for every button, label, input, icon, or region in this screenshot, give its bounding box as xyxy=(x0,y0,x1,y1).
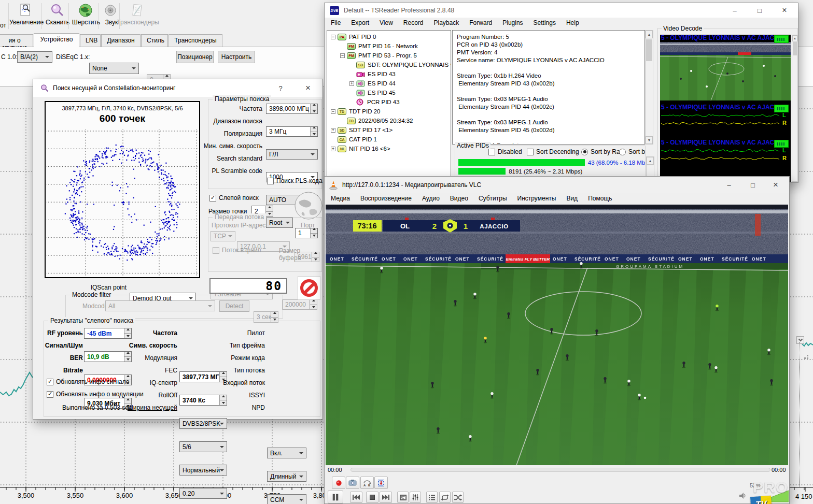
tree-item[interactable]: ES PID 45 xyxy=(329,88,451,97)
tab-Транспондеры[interactable]: Транспондеры xyxy=(169,34,222,47)
menu-медиа[interactable]: Медиа xyxy=(326,193,355,204)
minimize-button[interactable]: – xyxy=(723,3,746,18)
tree-item[interactable]: TD2022/08/05 20:34:32 xyxy=(329,116,451,125)
close-button[interactable]: × xyxy=(773,3,796,18)
resize-grip[interactable] xyxy=(802,352,809,359)
tree-item[interactable]: −PMPMT PID 53 - Progr. 5 xyxy=(329,51,451,60)
update-signal-checkbox[interactable]: Обновлять инфо сигнале xyxy=(47,378,129,385)
buffer-spinner[interactable]: 200000 xyxy=(282,299,317,310)
shuffle-button[interactable] xyxy=(452,492,464,503)
disabled-checkbox[interactable]: Disabled xyxy=(488,148,522,155)
maximize-button[interactable]: □ xyxy=(748,3,771,18)
tsreader-titlebar[interactable]: DVB Default -- TSReader Professional 2.8… xyxy=(325,3,798,18)
tree-item[interactable]: −PAPAT PID 0 xyxy=(329,32,451,41)
result-field-Модуляция[interactable]: DVBS2/8PSK xyxy=(179,418,227,429)
result-field-IQ-спектр[interactable]: Нормальный xyxy=(179,465,227,476)
sort-by-rate-radio[interactable]: Sort by Rate xyxy=(581,148,625,155)
tab-Диапазон[interactable]: Диапазон xyxy=(101,34,141,47)
menu-forward[interactable]: Forward xyxy=(464,18,497,28)
tab-LNB[interactable]: LNB xyxy=(80,34,101,47)
tree-expander[interactable]: + xyxy=(331,128,335,133)
tree-expander[interactable]: − xyxy=(331,109,335,114)
menu-видео[interactable]: Видео xyxy=(445,193,473,204)
constellation-titlebar[interactable]: Поиск несущей и Constellation-мониторинг… xyxy=(33,79,323,97)
configure-button[interactable]: Настроить xyxy=(218,51,255,63)
menu-file[interactable]: File xyxy=(326,18,346,28)
toolbar-button-transponders[interactable]: Транспондеры xyxy=(121,2,155,30)
volume-icon[interactable] xyxy=(738,492,747,500)
stop-scan-icon[interactable] xyxy=(298,276,320,300)
tree-item[interactable]: PMPMT PID 16 - Network xyxy=(329,41,451,51)
menu-аудио[interactable]: Аудио xyxy=(417,193,445,204)
tab-Стиль[interactable]: Стиль xyxy=(141,34,168,47)
tree-expander[interactable]: − xyxy=(331,35,335,39)
toolbar-button-scan-magnifier[interactable]: Сканить xyxy=(45,2,71,30)
diseqc10-combo[interactable]: B/A(2) xyxy=(17,51,52,63)
tree-item[interactable]: PCR PID 43 xyxy=(329,97,451,107)
scroll-down-button[interactable] xyxy=(796,336,804,344)
result-field-RF уровень[interactable]: -45 dBm xyxy=(84,328,132,339)
frame-by-frame-button[interactable] xyxy=(374,477,388,489)
pause-button[interactable] xyxy=(328,491,343,503)
menu-субтитры[interactable]: Субтитры xyxy=(473,193,512,204)
toolbar-button-zoom-doc[interactable]: Увеличение xyxy=(11,2,41,30)
extended-settings-button[interactable] xyxy=(410,492,421,503)
result-field-FEC[interactable]: 5/6 xyxy=(179,441,227,452)
diseqc1x-combo[interactable]: None xyxy=(89,63,139,74)
close-button[interactable]: × xyxy=(298,79,318,97)
menu-export[interactable]: Export xyxy=(346,18,374,28)
menu-playback[interactable]: Playback xyxy=(429,18,465,28)
result-field-Сигнал/Шум[interactable]: 10,9 dB xyxy=(84,351,132,362)
stream-to-file-checkbox[interactable]: Поток в файл xyxy=(213,247,261,254)
protocol-combo[interactable]: TCP xyxy=(211,231,235,241)
result-field-Пилот[interactable]: Вкл. xyxy=(267,448,306,458)
pls-search-checkbox[interactable]: Поиск PLS-кода xyxy=(267,177,323,184)
playlist-button[interactable] xyxy=(426,492,438,503)
ab-loop-button[interactable]: AB xyxy=(360,477,374,489)
menu-помощь[interactable]: Помощь xyxy=(583,193,617,204)
next-button[interactable] xyxy=(380,492,392,503)
positioner-button[interactable]: Позиционер xyxy=(176,51,214,63)
tree-expander[interactable]: + xyxy=(349,81,354,86)
tree-item[interactable]: ES PID 43 xyxy=(329,69,451,79)
seek-slider[interactable] xyxy=(351,468,770,472)
update-modulation-checkbox[interactable]: Обновлять инфо о модуляции xyxy=(47,391,144,398)
menu-инструменты[interactable]: Инструменты xyxy=(512,193,562,204)
tree-item[interactable]: +NINIT PID 16 <6> xyxy=(329,144,451,153)
menu-plugins[interactable]: Plugins xyxy=(497,18,528,28)
info-scrollbar[interactable]: ▲▼ xyxy=(645,30,653,145)
menu-record[interactable]: Record xyxy=(398,18,429,28)
toolbar-button-partial[interactable]: от xyxy=(0,2,7,30)
result-field-Режим кода[interactable]: CCM xyxy=(267,494,306,504)
tab-Устройство[interactable]: Устройство xyxy=(34,33,79,47)
tree-expander[interactable]: − xyxy=(340,53,345,58)
tree-item[interactable]: SDSDT: OLYMPIQUE LYONNAIS v xyxy=(329,60,451,69)
menu-воспроизведение[interactable]: Воспроизведение xyxy=(355,193,417,204)
toolbar-button-globe[interactable]: Шерстить xyxy=(72,2,101,30)
modcode-combo[interactable]: All xyxy=(105,300,215,311)
param-field-1[interactable]: 3 МГц xyxy=(266,126,318,137)
sort-by-pid-radio[interactable]: Sort by PID xyxy=(619,148,646,155)
tree-item[interactable]: +SDSDT PID 17 <1> xyxy=(329,125,451,135)
result-field-RollOff[interactable]: 0.20 xyxy=(179,488,227,499)
menu-help[interactable]: Help xyxy=(561,18,584,28)
detect-button[interactable]: Detect xyxy=(219,300,249,312)
tree-expander[interactable]: + xyxy=(331,147,335,151)
menu-вид[interactable]: Вид xyxy=(561,193,583,204)
param-field-0[interactable]: 3898,000 МГц xyxy=(266,104,318,114)
record-button[interactable] xyxy=(332,477,345,489)
loop-button[interactable] xyxy=(439,492,451,503)
param-field-2[interactable]: Г/Л xyxy=(266,149,318,160)
video-area[interactable]: ONETSÉCURITÉONETONETSÉCURITÉONETSÉCURITÉ… xyxy=(326,205,788,465)
fullscreen-button[interactable] xyxy=(397,492,409,503)
tree-item[interactable]: CACAT PID 1 xyxy=(329,135,451,144)
vlc-titlebar[interactable]: http://127.0.0.1:1234 - Медиапроигрывате… xyxy=(325,177,789,193)
result-field-Тип фрейма[interactable]: Длинный xyxy=(267,471,306,482)
help-button[interactable]: ? xyxy=(272,79,289,97)
video-decode-scrollbar[interactable]: ▲ xyxy=(792,35,798,182)
menu-view[interactable]: View xyxy=(374,18,398,28)
sort-descending-checkbox[interactable]: Sort Decending xyxy=(527,148,579,155)
tree-item[interactable]: −TDTDT PID 20 xyxy=(329,107,451,116)
previous-button[interactable] xyxy=(350,492,362,503)
minimize-button[interactable]: – xyxy=(719,177,739,193)
